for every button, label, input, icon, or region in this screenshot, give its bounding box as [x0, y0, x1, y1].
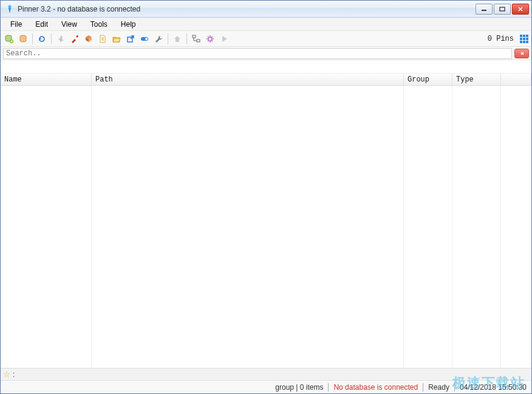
search-input[interactable] [3, 48, 512, 59]
toolbar-separator [32, 33, 33, 44]
svg-rect-20 [526, 41, 528, 43]
svg-rect-12 [520, 35, 522, 37]
play-icon [218, 33, 230, 45]
svg-rect-10 [197, 40, 200, 42]
status-group: group | 0 items [275, 383, 323, 392]
svg-rect-1 [482, 10, 486, 11]
svg-rect-9 [193, 35, 196, 38]
table-header: Name Path Group Type [1, 74, 531, 86]
toolbar-separator [51, 33, 52, 44]
svg-rect-13 [523, 35, 525, 37]
svg-rect-17 [526, 38, 528, 40]
column-header-path[interactable]: Path [92, 74, 404, 85]
database-new-icon[interactable] [3, 33, 15, 45]
pins-count: 0 Pins [488, 35, 514, 43]
pin-icon [55, 33, 67, 45]
grid-view-icon[interactable] [519, 34, 529, 44]
status-datetime: 04/12/2018 15:50:30 [460, 383, 527, 392]
svg-point-11 [208, 37, 212, 41]
favorites-bar: ☆ : [1, 368, 531, 380]
minimize-button[interactable] [476, 4, 493, 15]
menu-tools[interactable]: Tools [84, 19, 114, 30]
cube-icon[interactable] [83, 33, 95, 45]
svg-rect-18 [520, 41, 522, 43]
gear-icon[interactable] [204, 33, 216, 45]
database-open-icon[interactable] [17, 33, 29, 45]
titlebar: Pinner 3.2 - no database is connected [1, 1, 531, 18]
statusbar: group | 0 items No database is connected… [1, 380, 531, 393]
column-header-type[interactable]: Type [452, 74, 501, 85]
star-icon: ☆ [3, 370, 10, 379]
refresh-icon[interactable] [36, 33, 48, 45]
status-db: No database is connected [333, 383, 418, 392]
menu-help[interactable]: Help [115, 19, 142, 30]
svg-point-8 [145, 38, 148, 40]
menubar: File Edit View Tools Help [1, 18, 531, 31]
menu-file[interactable]: File [4, 19, 28, 30]
menu-view[interactable]: View [55, 19, 83, 30]
folder-open-icon[interactable] [111, 33, 123, 45]
status-separator [423, 383, 423, 392]
app-icon [5, 4, 15, 14]
svg-rect-16 [523, 38, 525, 40]
column-header-extra[interactable] [501, 74, 531, 85]
toggle-icon[interactable] [138, 33, 151, 45]
maximize-button[interactable] [494, 4, 511, 15]
window-controls [476, 4, 529, 15]
external-link-icon[interactable] [124, 33, 137, 45]
svg-rect-15 [520, 38, 522, 40]
status-separator [328, 383, 329, 392]
toolbar-separator [168, 33, 168, 44]
favorites-label: : [13, 370, 15, 379]
toolbar-gap [1, 60, 531, 74]
column-header-group[interactable]: Group [404, 74, 452, 85]
status-separator [454, 383, 455, 392]
svg-rect-19 [523, 41, 525, 43]
content: Name Path Group Type [1, 60, 531, 368]
tree-icon[interactable] [190, 33, 202, 45]
status-ready: Ready [428, 383, 449, 392]
clear-search-button[interactable] [514, 49, 529, 58]
table-body [1, 86, 531, 368]
wrench-icon[interactable] [152, 33, 165, 45]
close-button[interactable] [512, 4, 529, 15]
home-icon [171, 33, 183, 45]
menu-edit[interactable]: Edit [29, 19, 54, 30]
tools-icon[interactable] [69, 33, 81, 45]
column-header-name[interactable]: Name [1, 74, 92, 85]
toolbar-separator [186, 33, 187, 44]
svg-rect-14 [526, 35, 528, 37]
svg-point-0 [9, 5, 12, 8]
window-title: Pinner 3.2 - no database is connected [18, 5, 476, 13]
pins-table: Name Path Group Type [1, 74, 531, 368]
svg-rect-2 [500, 7, 505, 11]
toolbar: 0 Pins [1, 31, 531, 47]
document-icon[interactable] [97, 33, 109, 45]
searchbar [1, 47, 531, 60]
